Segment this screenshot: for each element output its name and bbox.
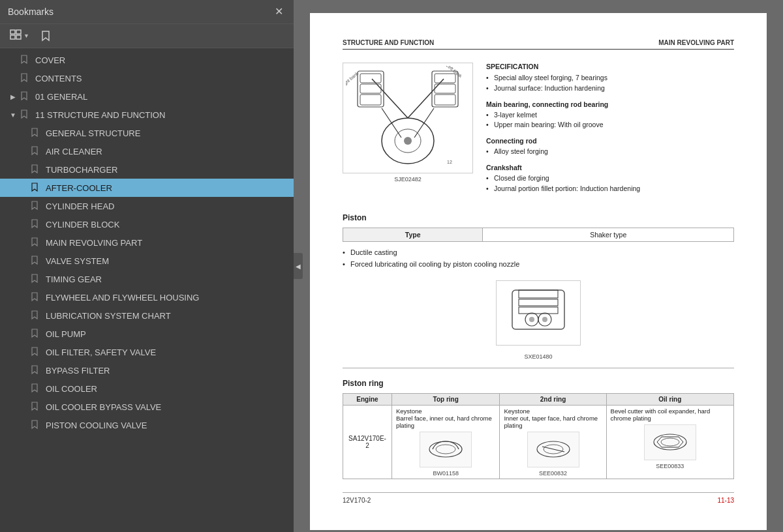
svg-marker-24 bbox=[32, 402, 37, 410]
bookmark-list[interactable]: COVERCONTENTS▶01 GENERAL▼11 STRUCTURE AN… bbox=[0, 48, 294, 532]
bookmark-label-01-general: 01 GENERAL bbox=[35, 92, 87, 102]
spec-item: Closed die forging bbox=[486, 173, 734, 184]
bookmark-item-oil-filter[interactable]: OIL FILTER, SAFETY VALVE bbox=[0, 343, 294, 361]
connecting-rod-list: Alloy steel forging bbox=[486, 147, 734, 157]
connecting-rod-title: Connecting rod bbox=[486, 137, 734, 145]
bookmark-label-turbocharger: TURBOCHARGER bbox=[46, 165, 118, 175]
crankshaft-title: Crankshaft bbox=[486, 164, 734, 171]
bookmark-label-general-structure: GENERAL STRUCTURE bbox=[46, 128, 140, 138]
bookmark-item-main-revolving[interactable]: MAIN REVOLVING PART bbox=[0, 233, 294, 252]
svg-marker-16 bbox=[32, 256, 37, 264]
svg-rect-0 bbox=[10, 30, 15, 34]
svg-rect-33 bbox=[435, 74, 455, 83]
bookmark-item-lub-chart[interactable]: LUBRICATION SYSTEM CHART bbox=[0, 306, 294, 325]
svg-point-51 bbox=[542, 317, 547, 322]
close-button[interactable]: ✕ bbox=[272, 5, 286, 18]
svg-rect-46 bbox=[519, 299, 558, 306]
bookmark-label-oil-pump: OIL PUMP bbox=[46, 329, 86, 339]
bookmark-item-piston-cooling[interactable]: PISTON COOLING VALVE bbox=[0, 416, 294, 434]
piston-type-table: Type Shaker type bbox=[343, 228, 734, 242]
svg-line-39 bbox=[382, 108, 401, 138]
svg-marker-25 bbox=[32, 421, 37, 428]
spec-item: 3-layer kelmet bbox=[486, 110, 734, 121]
bookmark-item-general-structure[interactable]: GENERAL STRUCTURE bbox=[0, 124, 294, 142]
bookmark-label-timing-gear: TIMING GEAR bbox=[46, 274, 102, 284]
svg-point-58 bbox=[661, 438, 679, 446]
collapse-panel-button[interactable]: ◀ bbox=[294, 253, 303, 279]
ring-oil-text: Bevel cutter with coil expander, hard ch… bbox=[611, 407, 729, 422]
ring-table-header-top: Top ring bbox=[392, 394, 500, 406]
footer-left: 12V170-2 bbox=[343, 497, 371, 504]
piston-ring-heading: Piston ring bbox=[343, 379, 734, 388]
svg-rect-32 bbox=[432, 71, 458, 107]
svg-point-53 bbox=[436, 445, 455, 454]
bookmark-item-cover[interactable]: COVER bbox=[0, 51, 294, 69]
svg-marker-17 bbox=[32, 274, 37, 282]
ring-table-header-oil: Oil ring bbox=[606, 394, 733, 406]
ring-2nd-caption: SEE00832 bbox=[504, 470, 602, 477]
bookmarks-toolbar: ▼ bbox=[0, 24, 294, 48]
bookmark-item-11-structure[interactable]: ▼11 STRUCTURE AND FUNCTION bbox=[0, 106, 294, 124]
bookmark-item-timing-gear[interactable]: TIMING GEAR bbox=[0, 270, 294, 288]
svg-rect-28 bbox=[358, 71, 384, 107]
bookmarks-panel: Bookmarks ✕ ▼ COVERCONTENTS▶01 GENERAL▼1… bbox=[0, 0, 294, 532]
bookmark-icon-main-revolving bbox=[31, 237, 40, 248]
svg-rect-29 bbox=[360, 74, 381, 83]
view-icon bbox=[9, 29, 22, 42]
expand-btn-11-structure[interactable]: ▼ bbox=[8, 111, 18, 119]
bookmark-item-cylinder-head[interactable]: CYLINDER HEAD bbox=[0, 197, 294, 215]
view-options-button[interactable]: ▼ bbox=[7, 28, 32, 44]
bookmark-item-oil-cooler-bypass[interactable]: OIL COOLER BYPASS VALVE bbox=[0, 398, 294, 416]
svg-rect-31 bbox=[360, 95, 381, 105]
svg-marker-20 bbox=[32, 329, 37, 337]
bookmark-label-after-cooler: AFTER-COOLER bbox=[46, 183, 112, 193]
bookmark-item-bypass-filter[interactable]: BYPASS FILTER bbox=[0, 361, 294, 379]
svg-marker-19 bbox=[32, 311, 37, 319]
svg-marker-9 bbox=[32, 128, 37, 136]
bookmark-item-valve-system[interactable]: VALVE SYSTEM bbox=[0, 252, 294, 270]
bookmark-item-01-general[interactable]: ▶01 GENERAL bbox=[0, 87, 294, 106]
ring-top-text: KeystoneBarrel face, inner out, hard chr… bbox=[396, 407, 496, 429]
bookmarks-title: Bookmarks bbox=[8, 7, 54, 17]
ring-2nd-image bbox=[527, 432, 579, 467]
bookmark-nav-button[interactable] bbox=[37, 29, 54, 43]
bookmark-item-oil-pump[interactable]: OIL PUMP bbox=[0, 325, 294, 343]
svg-rect-47 bbox=[519, 307, 558, 314]
svg-marker-4 bbox=[42, 31, 49, 40]
divider bbox=[343, 368, 734, 368]
bookmark-item-air-cleaner[interactable]: AIR CLEANER bbox=[0, 142, 294, 160]
svg-text:Left bank: Left bank bbox=[446, 66, 463, 79]
document-view: STRUCTURE AND FUNCTION MAIN REVOLVING PA… bbox=[294, 0, 783, 532]
spec-title: SPECIFICATION bbox=[486, 63, 734, 70]
piston-heading: Piston bbox=[343, 213, 734, 222]
ring-oil-cell: Bevel cutter with coil expander, hard ch… bbox=[606, 406, 733, 479]
svg-marker-6 bbox=[22, 74, 27, 81]
spec-item: Upper main bearing: With oil groove bbox=[486, 120, 734, 130]
svg-point-38 bbox=[404, 137, 412, 145]
main-content-section: Right bank Left bank 12 SJE02482 SPECIFI… bbox=[343, 63, 734, 200]
bookmark-item-cylinder-block[interactable]: CYLINDER BLOCK bbox=[0, 215, 294, 233]
bookmark-label-valve-system: VALVE SYSTEM bbox=[46, 256, 109, 266]
specifications: SPECIFICATION Special alloy steel forgin… bbox=[486, 63, 734, 200]
bookmark-item-flywheel[interactable]: FLYWHEEL AND FLYWHEEL HOUSING bbox=[0, 288, 294, 306]
bookmark-item-contents[interactable]: CONTENTS bbox=[0, 69, 294, 87]
ring-2nd-text: KeystoneInner out, taper face, hard chro… bbox=[504, 407, 602, 429]
expand-btn-01-general[interactable]: ▶ bbox=[8, 93, 18, 100]
bookmark-icon-oil-pump bbox=[31, 329, 40, 340]
bookmark-icon-general-structure bbox=[31, 128, 40, 139]
document-page: STRUCTURE AND FUNCTION MAIN REVOLVING PA… bbox=[310, 13, 767, 530]
piston-diagram-container: SXE01480 bbox=[343, 275, 734, 360]
ring-top-cell: KeystoneBarrel face, inner out, hard chr… bbox=[392, 406, 500, 479]
bookmark-icon-turbocharger bbox=[31, 164, 40, 175]
main-bearing-title: Main bearing, connecting rod bearing bbox=[486, 100, 734, 108]
bookmark-label-flywheel: FLYWHEEL AND FLYWHEEL HOUSING bbox=[46, 293, 200, 303]
piston-feature: Ductile casting bbox=[343, 247, 734, 259]
bookmark-label-oil-cooler-bypass: OIL COOLER BYPASS VALVE bbox=[46, 402, 161, 412]
bookmark-item-after-cooler[interactable]: AFTER-COOLER bbox=[0, 179, 294, 197]
svg-marker-10 bbox=[32, 147, 37, 155]
bookmark-item-oil-cooler[interactable]: OIL COOLER bbox=[0, 379, 294, 398]
bookmark-item-turbocharger[interactable]: TURBOCHARGER bbox=[0, 160, 294, 179]
bookmark-icon-01-general bbox=[21, 91, 30, 102]
svg-point-50 bbox=[529, 317, 534, 322]
ring-table-header-engine: Engine bbox=[343, 394, 392, 406]
